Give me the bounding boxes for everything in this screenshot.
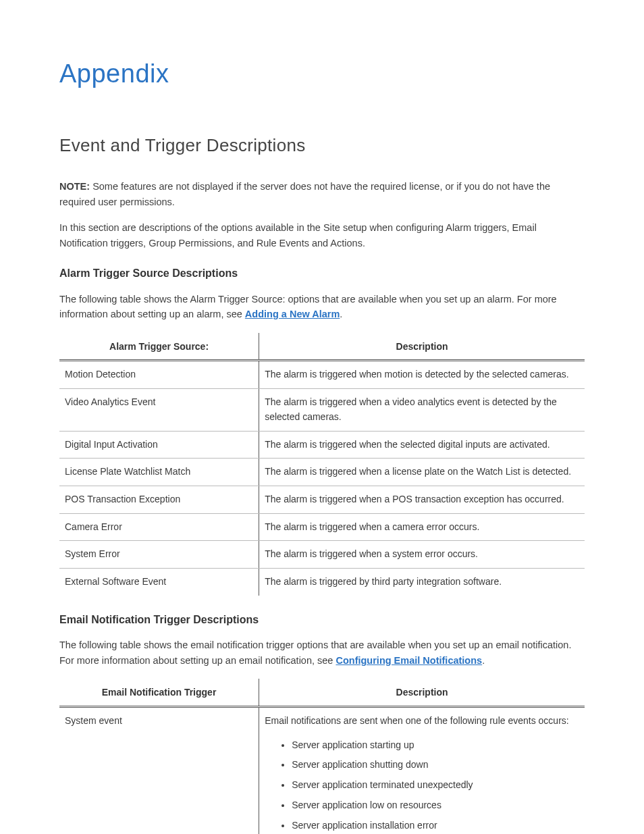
email-col2-header: Description xyxy=(259,679,585,706)
alarm-desc-cell: The alarm is triggered by third party in… xyxy=(259,568,585,595)
list-item: Server application installation error xyxy=(292,818,579,833)
table-row: Video Analytics EventThe alarm is trigge… xyxy=(59,389,585,431)
alarm-col1-header: Alarm Trigger Source: xyxy=(59,333,259,361)
intro-paragraph: In this section are descriptions of the … xyxy=(59,220,585,251)
email-intro-prefix: The following table shows the email noti… xyxy=(59,640,571,665)
list-item: Server application terminated unexpected… xyxy=(292,778,579,793)
alarm-table: Alarm Trigger Source: Description Motion… xyxy=(59,333,585,596)
table-row: POS Transaction ExceptionThe alarm is tr… xyxy=(59,486,585,513)
alarm-source-cell: Digital Input Activation xyxy=(59,431,259,459)
alarm-intro: The following table shows the Alarm Trig… xyxy=(59,292,585,322)
alarm-desc-cell: The alarm is triggered when a POS transa… xyxy=(259,486,585,513)
adding-new-alarm-link[interactable]: Adding a New Alarm xyxy=(245,309,340,319)
list-item: Server application low on resources xyxy=(292,798,579,813)
list-item: Server application starting up xyxy=(292,738,579,753)
alarm-desc-cell: The alarm is triggered when a video anal… xyxy=(259,389,585,431)
alarm-source-cell: External Software Event xyxy=(59,568,259,595)
table-row: Digital Input ActivationThe alarm is tri… xyxy=(59,431,585,459)
configuring-email-link[interactable]: Configuring Email Notifications xyxy=(336,655,482,666)
email-heading: Email Notification Trigger Descriptions xyxy=(59,612,585,629)
alarm-source-cell: POS Transaction Exception xyxy=(59,486,259,513)
alarm-desc-cell: The alarm is triggered when a license pl… xyxy=(259,459,585,486)
alarm-desc-cell: The alarm is triggered when a system err… xyxy=(259,541,585,569)
table-row: External Software EventThe alarm is trig… xyxy=(59,568,585,595)
table-row: Motion DetectionThe alarm is triggered w… xyxy=(59,361,585,389)
email-table: Email Notification Trigger Description S… xyxy=(59,679,585,834)
email-bullet-list: Server application starting upServer app… xyxy=(265,738,579,833)
alarm-source-cell: Motion Detection xyxy=(59,361,259,389)
alarm-desc-cell: The alarm is triggered when a camera err… xyxy=(259,513,585,541)
email-row-src: System event xyxy=(59,707,259,834)
alarm-source-cell: Camera Error xyxy=(59,513,259,541)
email-row-desc: Email notifications are sent when one of… xyxy=(259,707,585,834)
table-row: License Plate Watchlist MatchThe alarm i… xyxy=(59,459,585,486)
email-intro: The following table shows the email noti… xyxy=(59,637,585,668)
note-paragraph: NOTE: Some features are not displayed if… xyxy=(59,179,585,209)
note-label: NOTE: xyxy=(59,181,90,192)
note-text: Some features are not displayed if the s… xyxy=(59,181,550,207)
section-title: Event and Trigger Descriptions xyxy=(59,132,585,159)
alarm-desc-cell: The alarm is triggered when the selected… xyxy=(259,431,585,459)
alarm-intro-suffix: . xyxy=(340,309,342,319)
table-row: Camera ErrorThe alarm is triggered when … xyxy=(59,513,585,541)
alarm-heading: Alarm Trigger Source Descriptions xyxy=(59,265,585,282)
alarm-col2-header: Description xyxy=(259,333,585,361)
page-title: Appendix xyxy=(59,54,585,94)
alarm-source-cell: License Plate Watchlist Match xyxy=(59,459,259,486)
alarm-desc-cell: The alarm is triggered when motion is de… xyxy=(259,361,585,389)
alarm-source-cell: Video Analytics Event xyxy=(59,389,259,431)
email-desc-intro: Email notifications are sent when one of… xyxy=(265,715,569,726)
alarm-source-cell: System Error xyxy=(59,541,259,569)
email-intro-suffix: . xyxy=(482,655,485,666)
table-row: System event Email notifications are sen… xyxy=(59,707,585,834)
table-row: System ErrorThe alarm is triggered when … xyxy=(59,541,585,569)
email-col1-header: Email Notification Trigger xyxy=(59,679,259,706)
list-item: Server application shutting down xyxy=(292,758,579,773)
